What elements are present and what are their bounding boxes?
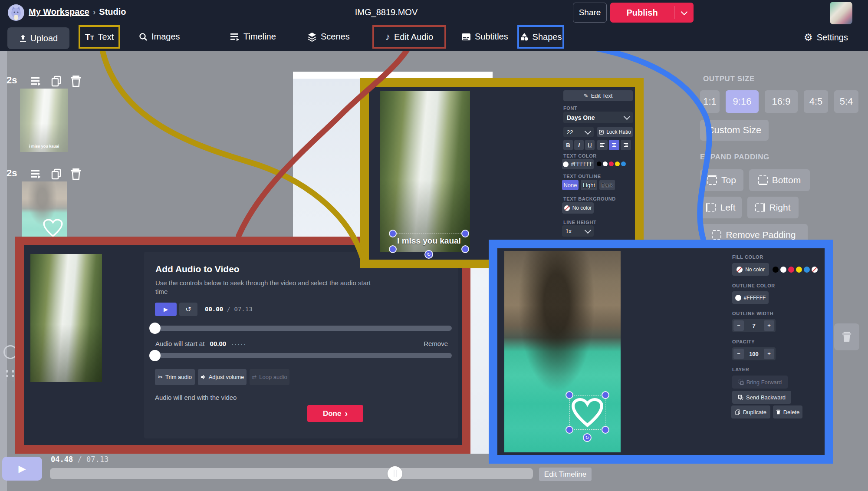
outline-dark-button[interactable]: Dark [599,180,615,190]
font-dropdown[interactable]: Days One [563,112,633,123]
swatch-yellow[interactable] [615,161,620,166]
increase-button[interactable]: + [764,320,774,331]
align-center-button[interactable] [609,140,619,150]
heart-shape[interactable] [570,396,605,429]
tab-images[interactable]: Images [139,32,180,42]
layer-label: LAYER [732,367,749,372]
outline-width-value[interactable]: 7 [752,323,755,329]
increase-button[interactable]: + [764,349,774,359]
bring-forward-button[interactable]: Bring Forward [732,376,788,389]
tab-edit-audio[interactable]: ♪ Edit Audio [372,25,446,49]
audio-play-button[interactable]: ▶ [155,303,177,316]
tab-subtitles[interactable]: Subtitles [461,32,508,42]
selection-handle-tl[interactable] [566,391,573,399]
trash-icon [776,409,781,415]
send-backward-button[interactable]: Send Backward [732,391,791,404]
edit-text-label: Edit Text [591,92,613,99]
rotate-handle[interactable]: ↻ [583,433,592,442]
upload-icon [19,34,27,42]
outline-color-button[interactable]: #FFFFFF [732,291,769,304]
align-left-button[interactable] [597,140,608,150]
chevron-down-icon [585,227,592,234]
lock-ratio-label: Lock Ratio [606,129,631,135]
delete-button[interactable]: Delete [773,405,802,419]
shapes-video-preview: ↻ [504,251,621,452]
start-slider-handle[interactable] [149,350,161,361]
audio-restart-button[interactable]: ↺ [179,303,197,316]
opacity-value[interactable]: 100 [749,351,759,357]
user-avatar[interactable] [830,2,852,24]
swatch-blue[interactable] [621,161,626,166]
line-height-label: LINE HEIGHT [563,220,596,225]
edit-text-button[interactable]: ✎Edit Text [563,90,633,101]
decrease-button[interactable]: − [733,320,744,331]
underline-button[interactable]: U [585,140,595,150]
document-title[interactable]: IMG_8819.MOV [334,7,438,17]
outline-light-button[interactable]: Light [581,180,597,190]
workspace-avatar[interactable] [8,4,24,21]
align-right-button[interactable] [621,140,631,150]
swatch-no-color[interactable] [812,267,818,273]
done-button[interactable]: Done› [307,405,363,422]
swatch-white[interactable] [603,161,608,166]
start-slider[interactable] [153,353,452,358]
duplicate-button[interactable]: Duplicate [731,405,770,419]
selection-handle-tl[interactable] [389,230,397,237]
tab-scenes[interactable]: Scenes [307,32,350,42]
video-caption-text[interactable]: i miss you kauai [393,236,465,246]
audio-time: 00.00 / 07.13 [205,306,253,313]
workspace-link[interactable]: My Workspace [29,7,89,17]
bold-button[interactable]: B [563,140,573,150]
font-size-dropdown[interactable]: 22 [563,127,594,137]
swatch-blue[interactable] [804,267,810,273]
timeline-icon [230,33,240,41]
selection-handle-br[interactable] [602,426,609,434]
bg-no-color-button[interactable]: No color [562,202,594,214]
send-backward-icon [738,395,743,400]
swatch-red[interactable] [609,161,614,166]
tab-shapes[interactable]: Shapes [517,25,564,49]
swatch-yellow[interactable] [796,267,802,273]
description-line2: time [155,287,381,296]
line-height-dropdown[interactable]: 1x [562,225,594,237]
lock-ratio-button[interactable]: Lock Ratio [597,127,633,137]
publish-dropdown[interactable] [674,11,694,14]
selection-handle-br[interactable] [461,245,469,253]
swatch-black[interactable] [597,161,602,166]
tab-text[interactable]: TT Text [79,25,120,49]
fill-no-color-button[interactable]: No color [732,263,769,276]
trim-audio-button[interactable]: ✂Trim audio [155,369,195,385]
selection-handle-tr[interactable] [602,391,609,399]
swatch-white[interactable] [780,267,786,273]
publish-button[interactable]: Publish [610,3,694,23]
swatch-red[interactable] [788,267,794,273]
outline-none-button[interactable]: None [562,180,579,190]
opacity-stepper: − 100 + [732,347,776,360]
send-backward-label: Send Backward [746,394,786,401]
audio-end-note: Audio will end with the video [155,394,237,401]
loop-audio-button[interactable]: ⇄Loop audio [250,369,289,385]
search-icon [139,33,148,41]
selection-handle-tr[interactable] [461,230,469,237]
remove-audio-link[interactable]: Remove [424,340,448,347]
font-size-value: 22 [567,129,573,135]
italic-button[interactable]: I [574,140,584,150]
upload-button[interactable]: Upload [7,27,69,49]
swatch-black[interactable] [773,267,779,273]
adjust-volume-button[interactable]: Adjust volume [198,369,247,385]
selection-handle-bl[interactable] [566,426,573,434]
align-center-icon [612,142,617,148]
tab-timeline[interactable]: Timeline [230,32,276,42]
chevron-right-icon: › [345,409,348,419]
start-value[interactable]: 00.00 [210,340,227,347]
seek-slider[interactable] [153,326,452,331]
time-separator: / [227,306,230,313]
share-button[interactable]: Share [573,3,607,23]
selection-handle-bl[interactable] [389,245,397,253]
shapes-label: Shapes [533,32,562,42]
text-color-button[interactable]: #FFFFFF [562,159,594,169]
settings-button[interactable]: ⚙ Settings [804,32,848,43]
seek-slider-handle[interactable] [149,323,161,334]
decrease-button[interactable]: − [733,349,744,359]
rotate-handle[interactable]: ↻ [424,250,433,259]
